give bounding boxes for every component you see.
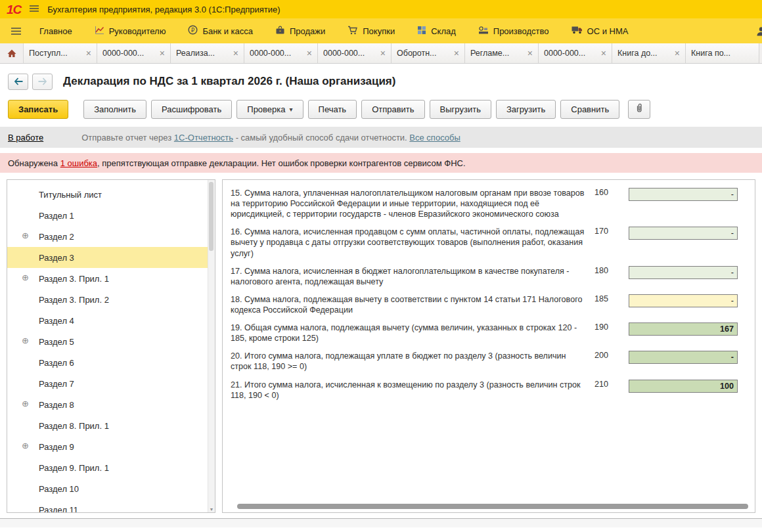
explain-button[interactable]: Расшифровать [151,100,232,119]
tab-postuplenie[interactable]: Поступл...× [24,43,97,63]
close-icon[interactable]: × [601,49,606,58]
status-message: Отправьте отчет через 1С-Отчетность - са… [81,133,460,143]
section-item-titulnyj-list[interactable]: Титульный лист [7,184,215,205]
print-button[interactable]: Печать [308,100,357,119]
section-item-label: Раздел 7 [39,379,74,389]
section-item-razdel-8[interactable]: ⊕Раздел 8 [7,394,215,415]
menu-item-rukovoditelyu[interactable]: Руководителю [83,18,177,43]
tab-document-1[interactable]: 0000-000...× [97,43,171,63]
section-item-label: Раздел 10 [39,484,79,494]
all-methods-link[interactable]: Все способы [409,133,460,143]
expand-icon[interactable]: ⊕ [22,441,29,450]
menu-item-pokupki[interactable]: Покупки [336,18,406,43]
export-button[interactable]: Выгрузить [430,100,491,119]
error-text-after: , препятствующая отправке декларации. Не… [97,158,465,168]
expand-icon[interactable]: ⊕ [22,399,29,408]
compare-button[interactable]: Сравнить [560,100,619,119]
sections-panel-icon[interactable] [8,18,28,43]
paperclip-icon [635,103,644,115]
section-item-razdel-7[interactable]: Раздел 7 [7,373,215,394]
value-field-190[interactable]: 167 [629,322,738,336]
expand-icon[interactable]: ⊕ [22,273,29,282]
tab-oborotka[interactable]: Оборотн...× [392,43,465,63]
section-item-razdel-3-pril-1[interactable]: ⊕Раздел 3. Прил. 1 [7,268,215,289]
fill-button[interactable]: Заполнить [83,100,146,119]
section-item-razdel-6[interactable]: Раздел 6 [7,352,215,373]
tab-reglament[interactable]: Регламе...× [465,43,539,63]
tab-document-2[interactable]: 0000-000...× [244,43,318,63]
user-icon[interactable] [756,26,762,39]
form-horizontal-scrollbar[interactable] [228,504,750,510]
section-item-razdel-3-pril-2[interactable]: Раздел 3. Прил. 2 [7,289,215,310]
check-dropdown-button[interactable]: Проверка ▾ [236,100,303,119]
home-icon[interactable] [0,43,24,63]
svg-text:₽: ₽ [191,27,195,33]
value-field-210[interactable]: 100 [629,380,738,393]
form-row-160: 15. Сумма налога, уплаченная налогоплате… [231,188,735,219]
attachment-button[interactable] [628,100,650,119]
expand-icon[interactable]: ⊕ [22,336,29,345]
tab-label: 0000-000... [323,49,376,58]
tab-kniga-pokupok[interactable]: Книга по... [686,43,759,63]
value-field-185[interactable]: - [629,294,738,307]
tab-document-3[interactable]: 0000-000...× [318,43,392,63]
scrollbar-thumb[interactable] [209,182,213,251]
tab-realizaciya[interactable]: Реализа...× [171,43,244,63]
section-item-razdel-11[interactable]: Раздел 11 [7,499,215,513]
close-icon[interactable]: × [675,49,680,58]
menu-item-os-i-nma[interactable]: ОС и НМА [560,18,640,43]
save-button[interactable]: Записать [8,100,68,119]
close-icon[interactable]: × [380,49,386,58]
close-icon[interactable]: × [160,49,165,58]
chevron-down-icon: ▾ [290,106,293,113]
close-icon[interactable]: × [233,49,238,58]
expand-icon[interactable]: ⊕ [22,231,29,240]
row-description: 16. Сумма налога, исчисленная продавцом … [231,227,585,258]
menu-item-label: Продажи [290,26,325,36]
section-item-razdel-1[interactable]: Раздел 1 [7,205,215,226]
section-item-razdel-5[interactable]: ⊕Раздел 5 [7,331,215,352]
close-icon[interactable]: × [307,49,312,58]
section-item-razdel-8-pril-1[interactable]: Раздел 8. Прил. 1 [7,415,215,436]
scroll-down-icon[interactable]: ▼ [208,507,215,512]
sidebar-vertical-scrollbar[interactable]: ▼ [208,180,215,512]
value-field-200[interactable]: - [629,351,738,364]
menu-item-proizvodstvo[interactable]: Производство [467,18,560,43]
menu-item-glavnoe[interactable]: Главное [28,18,83,43]
import-button[interactable]: Загрузить [496,100,556,119]
scrollbar-thumb[interactable] [237,504,748,509]
status-text: Отправьте отчет через [81,133,174,143]
send-button[interactable]: Отправить [361,100,424,119]
row-description: 17. Сумма налога, исчисленная в бюджет н… [231,266,585,287]
close-icon[interactable]: × [86,49,91,58]
menu-item-bank-i-kassa[interactable]: ₽ Банк и касса [177,18,264,43]
value-field-160[interactable]: - [629,188,738,201]
error-count-link[interactable]: 1 ошибка [60,158,97,168]
close-icon[interactable]: × [527,49,533,58]
section-item-razdel-4[interactable]: Раздел 4 [7,310,215,331]
forward-button[interactable] [32,74,53,90]
form-row-185: 18. Сумма налога, подлежащая вычету в со… [231,294,735,315]
1c-reporting-link[interactable]: 1С-Отчетность [174,133,233,143]
form-row-210: 21. Итого сумма налога, исчисленная к во… [231,380,735,401]
section-item-razdel-9[interactable]: ⊕Раздел 9 [7,436,215,457]
close-icon[interactable]: × [454,49,459,58]
section-item-razdel-3[interactable]: Раздел 3 [7,247,215,268]
main-area: Титульный лист Раздел 1 ⊕Раздел 2 Раздел… [7,179,755,513]
section-item-razdel-2[interactable]: ⊕Раздел 2 [7,226,215,247]
tab-kniga-dohodov[interactable]: Книга до...× [612,43,686,63]
row-description: 19. Общая сумма налога, подлежащая вычет… [231,322,585,344]
menu-item-prodazhi[interactable]: Продажи [264,18,336,43]
main-menu-icon[interactable] [29,3,39,15]
section-item-label: Раздел 11 [39,505,78,514]
grid-icon [417,26,426,37]
section-item-razdel-9-pril-1[interactable]: Раздел 9. Прил. 1 [7,457,215,478]
value-field-180[interactable]: - [629,266,738,279]
tab-document-4[interactable]: 0000-000...× [539,43,612,63]
status-state-link[interactable]: В работе [8,133,43,143]
menu-item-sklad[interactable]: Склад [406,18,467,43]
section-item-razdel-10[interactable]: Раздел 10 [7,478,215,499]
back-button[interactable] [8,74,28,90]
value-field-170[interactable]: - [629,227,738,240]
tab-label: Поступл... [29,49,82,58]
